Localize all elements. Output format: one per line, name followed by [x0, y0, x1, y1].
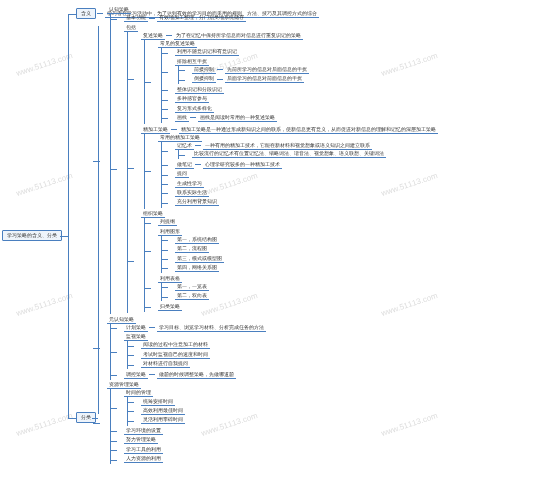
node-background: 充分利用背景知识 — [175, 199, 219, 206]
branch-resource: 资源管理策略 时间的管理 统筹安排时间 高效利用最佳时间 灵活利用零碎时间 学习… — [100, 381, 438, 465]
node-og1: 第一，系统结构图 — [175, 237, 219, 244]
connector — [149, 327, 155, 328]
node-og2: 第二，流程图 — [175, 246, 209, 253]
node-rehearsal: 复述策略 — [141, 33, 165, 40]
leaf: 人力资源的利用 — [117, 455, 438, 464]
branch-tables: 利用表格 第一，一览表 第二，双向表 — [151, 274, 438, 302]
node-effort: 努力管理策略 — [124, 437, 158, 444]
leaf: 考试时监视自己的速度和时间 — [134, 351, 438, 360]
leaf: 充分利用背景知识 — [168, 198, 438, 207]
leaf: 提问 — [168, 170, 438, 179]
leaf: 第四，网络关系图 — [168, 264, 438, 273]
leaf: 学习环境的设置 — [117, 427, 438, 436]
node-env: 学习环境的设置 — [124, 428, 163, 435]
node-notes: 做笔记 — [175, 162, 194, 169]
node-interference: 排除相互干扰 — [175, 59, 209, 66]
leaf: 多种感官参与 — [168, 95, 438, 104]
node-rt1: 统筹安排时间 — [141, 399, 175, 406]
leaf: 调控策略 做题的时候调整策略，先做哪道题 — [117, 370, 438, 379]
branch-mnemonics: 记忆术 一种有用的精加工技术，它能在新材料和视觉想象或语义知识之间建立联系 比较… — [168, 142, 438, 161]
watermark: www.51113.com — [15, 51, 74, 78]
leaf: 联系实际生活 — [168, 189, 438, 198]
node-mnemonics-examples: 比较流行的记忆术有位置记忆法、缩略词法、谐音法、视觉想象、语义联想、关键词法 — [192, 151, 386, 158]
leaf: 对材料进行自我提问 — [134, 360, 438, 369]
leaf: 归类策略 — [151, 302, 438, 311]
branch-rehearsal-common: 常见的复述策略 利用不随意识记和有意识记 排除相互干扰 前摄抑制 — [151, 40, 438, 124]
connector — [68, 14, 69, 418]
leaf: 高效利用最佳时间 — [134, 407, 438, 416]
node-r4: 多种感官参与 — [175, 96, 209, 103]
node-elaboration-text: 精加工策略是一种通过形成新知识之间的联系，使新信息更有意义，从而促进对新信息的理… — [179, 127, 438, 134]
node-plan-text: 学习目标、浏览学习材料、分析完成任务的方法 — [157, 325, 266, 332]
node-rt3: 灵活利用零碎时间 — [141, 417, 185, 424]
leaf: 做笔记 心理学研究较多的一种精加工技术 — [168, 161, 438, 170]
connector — [166, 35, 172, 36]
branch-time: 时间的管理 统筹安排时间 高效利用最佳时间 灵活利用零碎时间 — [117, 389, 438, 427]
connector — [149, 374, 155, 375]
row-basic-function: 基本功能 有效地加工整理，分门别类地系统储存 — [117, 14, 438, 23]
leaf: 列提纲 — [151, 218, 438, 227]
node-regulate: 调控策略 — [124, 372, 148, 379]
node-time: 时间的管理 — [124, 390, 153, 397]
node-organization: 组织策略 — [141, 211, 165, 218]
node-ot2: 第二，双向表 — [175, 293, 209, 300]
connector — [217, 69, 223, 70]
node-mnemonics: 记忆术 — [175, 143, 194, 150]
node-og3: 第三，模式或模型图 — [175, 256, 224, 263]
node-ot1: 第一，一览表 — [175, 284, 209, 291]
leaf: 第二，流程图 — [168, 245, 438, 254]
node-mm1: 阅读的过程中注意加工的材料 — [141, 342, 210, 349]
node-cognitive: 认知策略 — [107, 7, 131, 14]
leaf: 倒摄抑制 后面学习的信息对前面信息的干扰 — [185, 75, 438, 84]
node-tables: 利用表格 — [158, 276, 182, 283]
node-life: 联系实际生活 — [175, 190, 209, 197]
connector — [195, 145, 201, 146]
leaf: 利用不随意识记和有意识记 — [168, 48, 438, 57]
node-regulate-text: 做题的时候调整策略，先做哪道题 — [157, 372, 236, 379]
watermark: www.51113.com — [15, 171, 74, 198]
node-rehearsal-common: 常见的复述策略 — [158, 41, 197, 48]
connector — [195, 164, 201, 165]
node-mm2: 考试时监视自己的速度和时间 — [141, 352, 210, 359]
branch-metacognitive: 元认知策略 计划策略 学习目标、浏览学习材料、分析完成任务的方法 监视策略 阅读… — [100, 315, 438, 381]
leaf: 第二，双向表 — [168, 292, 438, 301]
node-mnemonics-text: 一种有用的精加工技术，它能在新材料和视觉想象或语义知识之间建立联系 — [203, 143, 372, 150]
leaf: 努力管理策略 — [117, 436, 438, 445]
node-rt2: 高效利用最佳时间 — [141, 408, 185, 415]
leaf: 复习形式多样化 — [168, 104, 438, 113]
branch-include: 包括 复述策略 为了在记忆中保持所学信息而对信息进行重复识记的策略 常见的复述策… — [117, 24, 438, 315]
leaf: 画线 画线是阅读时常用的一种复述策略 — [168, 114, 438, 123]
leaf: 第三，模式或模型图 — [168, 254, 438, 263]
branch-elab-common: 常用的精加工策略 记忆术 一种有用的精加工技术，它能在新材料和视觉想象或语义知识… — [151, 134, 438, 209]
leaf: 阅读的过程中注意加工的材料 — [134, 341, 438, 350]
node-notes-text: 心理学研究较多的一种精加工技术 — [203, 162, 282, 169]
node-r6-text: 画线是阅读时常用的一种复述策略 — [198, 115, 277, 122]
root-node: 学习策略的含义、分类 — [2, 230, 62, 241]
leaf: 计划策略 学习目标、浏览学习材料、分析完成任务的方法 — [117, 324, 438, 333]
node-basic-function-text: 有效地加工整理，分门别类地系统储存 — [157, 15, 246, 22]
branch-rehearsal: 复述策略 为了在记忆中保持所学信息而对信息进行重复识记的策略 常见的复述策略 利… — [134, 32, 438, 126]
connector — [190, 117, 196, 118]
node-ask: 提问 — [175, 171, 189, 178]
node-elaboration: 精加工策略 — [141, 127, 170, 134]
node-basic-function: 基本功能 — [124, 15, 148, 22]
branch-elaboration: 精加工策略 精加工策略是一种通过形成新知识之间的联系，使新信息更有意义，从而促进… — [134, 126, 438, 210]
leaf: 学习工具的利用 — [117, 445, 438, 454]
watermark: www.51113.com — [15, 291, 74, 318]
node-retroactive: 倒摄抑制 — [192, 76, 216, 83]
node-proactive-text: 先前所学习的信息对后面信息的干扰 — [225, 67, 309, 74]
node-metacognitive: 元认知策略 — [107, 317, 136, 324]
branch-graphics: 利用图形 第一，系统结构图 第二，流程图 第三，模式或模型图 第四，网络关系图 — [151, 227, 438, 274]
node-r5: 复习形式多样化 — [175, 106, 214, 113]
classification-subtree: 认知策略 基本功能 有效地加工整理，分门别类地系统储存 包括 复述策略 为了在记… — [70, 6, 438, 465]
leaf: 第一，系统结构图 — [168, 236, 438, 245]
node-r1: 利用不随意识记和有意识记 — [175, 49, 239, 56]
leaf: 第一，一览表 — [168, 283, 438, 292]
node-retroactive-text: 后面学习的信息对前面信息的干扰 — [225, 76, 304, 83]
connector — [149, 18, 155, 19]
node-graphics: 利用图形 — [158, 229, 182, 236]
leaf: 前摄抑制 先前所学习的信息对后面信息的干扰 — [185, 66, 438, 75]
node-generative: 生成性学习 — [175, 181, 204, 188]
node-outline: 列提纲 — [158, 219, 177, 226]
node-include: 包括 — [124, 25, 138, 32]
